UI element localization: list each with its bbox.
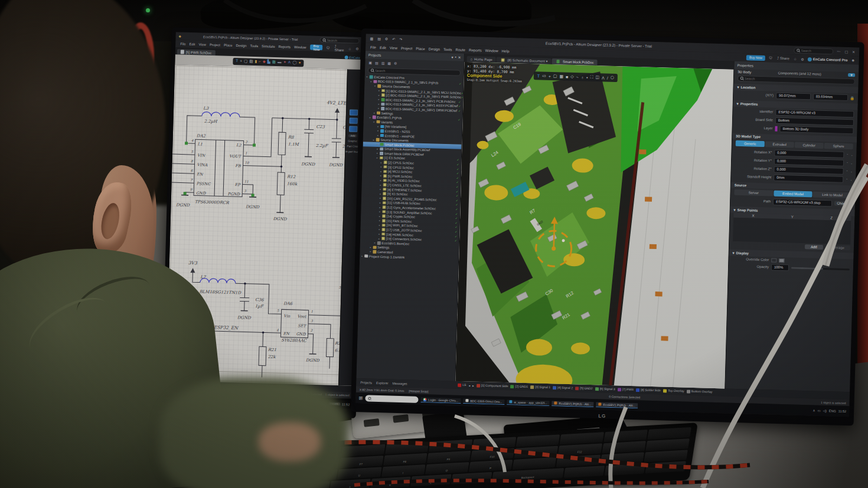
viewport-tool-icon[interactable]: ~ xyxy=(576,75,579,79)
stepper-icon[interactable]: ⌄ xyxy=(850,170,852,173)
titlebar-icon[interactable]: ▤ xyxy=(376,37,382,41)
opacity-slider[interactable] xyxy=(791,267,850,270)
gear-icon[interactable]: ⚙ xyxy=(354,47,360,51)
viewport-tool-icon[interactable]: ▭ xyxy=(542,74,546,78)
projects-toolbar-icon[interactable]: ⚙ xyxy=(394,61,397,65)
viewport-tool-icon[interactable]: ■ xyxy=(566,74,568,78)
color-swatch[interactable] xyxy=(779,258,784,262)
keyboard-key[interactable] xyxy=(644,450,688,462)
color-swatch[interactable] xyxy=(771,258,776,262)
property-value-field[interactable]: Bottom 3D Body xyxy=(779,125,853,133)
rm-menu-route[interactable]: Route xyxy=(453,47,467,52)
layer-tab[interactable]: [7] PWR xyxy=(618,388,634,392)
projects-toolbar-icon[interactable]: ▥ xyxy=(381,61,385,65)
lm-menu-window[interactable]: Window xyxy=(292,45,308,49)
tree-expand-icon[interactable]: ▸ xyxy=(377,152,378,155)
rm-clock[interactable]: 11:52 xyxy=(838,410,847,413)
component-thumbnail[interactable] xyxy=(349,109,357,115)
tree-expand-icon[interactable]: ▸ xyxy=(380,174,381,177)
toolbar-icon[interactable]: A xyxy=(288,61,291,65)
viewport-tool-icon[interactable]: + xyxy=(549,74,551,78)
titlebar-icon[interactable]: ⚙ xyxy=(384,37,390,41)
tree-expand-icon[interactable]: ▸ xyxy=(373,138,374,141)
viewport-tool-icon[interactable]: ◫ xyxy=(595,75,599,80)
path-field[interactable]: ESP32-C6-WROOM v3.step xyxy=(773,198,833,207)
tree-expand-icon[interactable]: ▸ xyxy=(378,107,379,110)
lm-menu-design[interactable]: Design xyxy=(234,43,248,47)
tree-expand-icon[interactable]: ▸ xyxy=(378,89,380,92)
sound-icon[interactable]: ◁) xyxy=(823,409,827,412)
lm-menu-place[interactable]: Place xyxy=(222,43,234,47)
panel-tab-explorer[interactable]: Explorer xyxy=(376,381,389,385)
keyboard-key[interactable] xyxy=(429,440,473,452)
tree-expand-icon[interactable]: ▸ xyxy=(370,250,371,253)
tree-expand-icon[interactable]: ▸ xyxy=(378,103,379,106)
start-icon[interactable]: ⊞ xyxy=(358,395,363,401)
location-y-field[interactable]: 83.694mm xyxy=(813,93,848,101)
viewport-tool-icon[interactable]: ◇ xyxy=(570,74,574,79)
toolbar-icon[interactable]: + xyxy=(240,59,242,63)
property-value-field[interactable]: 0mm xyxy=(774,174,844,182)
rm-taskbar-app[interactable]: Login - Google Chro... xyxy=(420,397,461,404)
rm-taskbar-app[interactable]: EcoSBV1.PrjPcb - Alti... xyxy=(552,401,593,407)
projects-toolbar-icon[interactable]: ▣ xyxy=(368,60,372,64)
rm-buy-now-button[interactable]: Buy Now xyxy=(746,55,765,61)
layer-tab[interactable]: Top Overlay xyxy=(663,389,684,394)
model-type-option[interactable]: Extruded xyxy=(765,141,794,148)
tree-expand-icon[interactable]: ▸ xyxy=(379,205,380,208)
tree-expand-icon[interactable]: ▸ xyxy=(380,165,381,168)
toolbar-icon[interactable]: ⌐ xyxy=(259,60,261,64)
tree-expand-icon[interactable]: ▸ xyxy=(361,254,363,257)
source-option[interactable]: Server xyxy=(734,189,773,196)
tree-expand-icon[interactable]: ▸ xyxy=(381,161,382,164)
tree-expand-icon[interactable]: ▸ xyxy=(377,143,378,146)
keyboard-key[interactable] xyxy=(600,452,644,464)
tree-expand-icon[interactable]: ▸ xyxy=(377,125,378,128)
keyboard-key[interactable]: I xyxy=(381,464,426,477)
choose-button[interactable]: Choose xyxy=(834,201,851,206)
rm-menu-file[interactable]: File xyxy=(368,45,378,49)
stepper-icon[interactable]: ⌄ xyxy=(851,162,853,165)
average-button[interactable]: Average xyxy=(825,245,850,250)
tray-caret-icon[interactable]: ∧ xyxy=(813,409,815,412)
keyboard-key[interactable]: O xyxy=(425,462,469,474)
viewport-tool-icon[interactable]: ♁ xyxy=(581,75,584,79)
tree-expand-icon[interactable]: ▸ xyxy=(380,184,381,186)
tree-expand-icon[interactable]: ▸ xyxy=(379,219,380,222)
rm-taskbar-app[interactable]: EcoSBV1.PrjPcb - Alti... xyxy=(596,402,638,408)
tree-expand-icon[interactable]: ▸ xyxy=(380,170,381,173)
viewport-tool-icon[interactable]: / xyxy=(607,76,608,80)
rm-taskbar-app[interactable]: BDC-0305-Direct Driv... xyxy=(463,398,504,405)
properties-search-input[interactable] xyxy=(745,77,852,83)
close-button[interactable]: ✕ xyxy=(851,50,856,54)
layer-set-button[interactable]: LS xyxy=(458,383,466,387)
rm-menu-tools[interactable]: Tools xyxy=(442,47,454,51)
keyboard-key[interactable] xyxy=(564,466,605,478)
viewport-tool-icon[interactable]: ⬡ xyxy=(611,76,614,80)
layer-tab[interactable]: [4] Signal 2 xyxy=(553,385,573,390)
keyboard-key[interactable]: P xyxy=(469,460,513,472)
comment-icon[interactable]: 🗨 xyxy=(768,56,774,60)
toolbar-icon[interactable]: ● xyxy=(298,61,301,65)
lm-search-input[interactable] xyxy=(327,38,356,42)
panel-header-icon[interactable]: ▪ xyxy=(455,55,456,59)
keyboard-key[interactable]: U xyxy=(338,467,382,479)
tree-expand-icon[interactable]: ▸ xyxy=(374,112,375,114)
rm-menu-view[interactable]: View xyxy=(388,45,400,50)
rm-share-button[interactable]: ⤴ Share xyxy=(776,57,791,61)
rm-taskbar-app[interactable]: w_spase - app_stm32l... xyxy=(507,399,549,406)
side-panel-item[interactable]: Add xyxy=(348,134,357,137)
layer-tab[interactable]: [2] GND1 xyxy=(511,384,528,388)
lock-icon[interactable]: 🔒 xyxy=(850,96,854,100)
display-icon[interactable]: ▭ xyxy=(818,409,821,412)
source-option[interactable]: Embed Model xyxy=(774,191,812,198)
tree-expand-icon[interactable]: ▸ xyxy=(378,232,380,235)
lm-menu-project[interactable]: Project xyxy=(208,42,222,47)
keyboard-key[interactable] xyxy=(645,461,686,474)
lm-search[interactable] xyxy=(319,37,359,44)
rm-menu-project[interactable]: Project xyxy=(399,45,414,50)
toolbar-icon[interactable]: ✦ xyxy=(283,61,286,65)
keyboard-key[interactable]: F10 xyxy=(471,448,515,461)
panel-header-icon[interactable]: ✕ xyxy=(458,55,461,60)
tree-expand-icon[interactable]: ▸ xyxy=(378,228,380,231)
